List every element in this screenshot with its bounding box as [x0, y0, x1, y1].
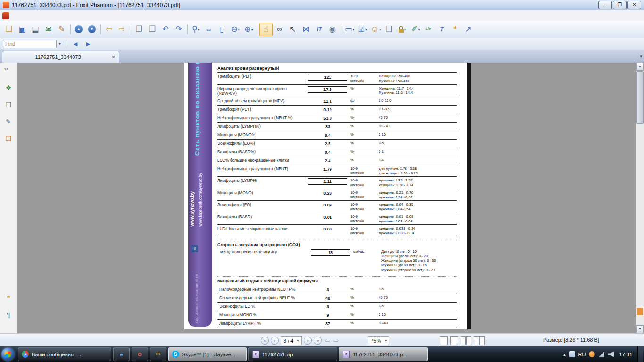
docusign-button[interactable]: ✎	[56, 23, 68, 36]
find-input[interactable]	[3, 40, 57, 48]
edit-content-button[interactable]: ✐ ▾	[409, 23, 422, 36]
close-button[interactable]: ✕	[627, 1, 641, 9]
zoom-tool-button[interactable]: ⚲ ▾	[190, 23, 202, 36]
menu-item[interactable]	[50, 15, 58, 16]
maximize-button[interactable]: ❐	[613, 1, 627, 9]
vertical-scrollbar[interactable]: ▲ ▼	[636, 63, 644, 333]
previous-view-button[interactable]: ▲	[73, 23, 85, 36]
next-view-button[interactable]: ▼	[86, 23, 99, 36]
scroll-page-indicator[interactable]	[637, 308, 643, 315]
menu-item[interactable]	[58, 15, 65, 16]
panel-glyph-icon: ❝	[7, 294, 10, 302]
show-desktop-button[interactable]	[637, 346, 643, 362]
page-number-select[interactable]: 3 / 4 ▾	[281, 336, 302, 345]
email-button[interactable]: ✉	[42, 23, 55, 36]
undo-button[interactable]: ↶	[159, 23, 172, 36]
language-indicator[interactable]: RU	[578, 352, 586, 357]
hidden-icons-chevron-icon[interactable]: ▴	[563, 352, 566, 357]
snapshot-camera-button[interactable]: ◉	[326, 23, 339, 36]
select-annotation-button[interactable]: ↖	[287, 23, 299, 36]
single-page-view-button[interactable]	[440, 336, 448, 345]
menu-item[interactable]	[65, 15, 73, 16]
chrome-taskbar-button[interactable]: Ваши сообщения - ...	[18, 347, 111, 361]
scroll-down-arrow-icon[interactable]: ▼	[636, 325, 644, 333]
textbox-tool-button[interactable]: ▭ ▾	[343, 23, 356, 36]
find-next-button[interactable]: ▶	[83, 39, 94, 49]
attach-file-button[interactable]: ❑	[383, 23, 396, 36]
pages-panel-button[interactable]: ❐	[3, 99, 14, 110]
comments-panel-button[interactable]: ❝	[3, 293, 14, 303]
select-text-button[interactable]: IT	[313, 23, 326, 36]
previous-page-button[interactable]: ‹	[271, 337, 279, 345]
zip-icon: Z	[343, 351, 350, 358]
paste-snapshot-button[interactable]: ❒	[146, 23, 159, 36]
agent-app-icon[interactable]	[589, 351, 595, 357]
next-view-button[interactable]: ⇨	[332, 337, 339, 344]
signature-panel-button[interactable]: ✎	[3, 116, 14, 127]
menu-item[interactable]	[12, 15, 20, 16]
last-page-button[interactable]: »	[314, 337, 322, 345]
zoom-in-button[interactable]: ⊕ ▾	[242, 23, 255, 36]
previous-view-button[interactable]: ⇦	[323, 337, 330, 344]
scrollbar-thumb[interactable]	[636, 71, 644, 124]
share-button[interactable]: ↗	[462, 23, 475, 36]
network-icon[interactable]	[598, 351, 604, 357]
skype-taskbar-button[interactable]: S Skype™ [1] - zlayave...	[168, 347, 247, 361]
search-binoculars-button[interactable]: ⋈	[300, 23, 313, 36]
facing-view-button[interactable]	[461, 336, 471, 345]
tab-close-icon[interactable]: ×	[111, 54, 116, 60]
ie-taskbar-button[interactable]: e	[113, 347, 130, 361]
fit-page-button[interactable]: ▯	[216, 23, 229, 36]
minimize-button[interactable]: –	[598, 1, 612, 9]
chrome-icon	[22, 351, 29, 358]
next-page-button[interactable]: ›	[304, 337, 312, 345]
sign-document-button[interactable]: ☺ ▾	[370, 23, 382, 36]
find-previous-button[interactable]: ◀	[70, 39, 81, 49]
menu-item[interactable]	[35, 15, 42, 16]
paste-clipboard-button[interactable]: ❐	[133, 23, 146, 36]
save-button[interactable]: ▣	[16, 23, 29, 36]
foxit-app-icon[interactable]	[2, 12, 9, 19]
note-comment-button[interactable]: ❝	[449, 23, 462, 36]
volume-icon[interactable]	[608, 351, 614, 357]
zoom-select[interactable]: 75% ▾	[368, 336, 389, 345]
reading-mode-button[interactable]: ∞	[273, 23, 286, 36]
zoom-out-button[interactable]: ⊖ ▾	[229, 23, 242, 36]
first-page-button[interactable]: «	[261, 337, 269, 345]
typewriter-button[interactable]: T	[436, 23, 448, 36]
pdf-zip-taskbar-button[interactable]: Z 11762751_3344073.p...	[339, 347, 428, 361]
menu-item[interactable]	[42, 15, 50, 16]
protect-lock-button[interactable]: ▾	[396, 23, 409, 36]
continuous-facing-view-button[interactable]	[474, 336, 485, 345]
hand-tool-button[interactable]: ☝	[259, 23, 273, 36]
action-center-icon[interactable]	[569, 351, 575, 357]
zip-taskbar-button[interactable]: Z 11762751.zip	[248, 347, 337, 361]
fit-width-button[interactable]: ⇔	[203, 23, 215, 36]
menu-item[interactable]	[20, 15, 27, 16]
edit-text-button[interactable]: ✑	[422, 23, 435, 36]
panel-expand-chevron-icon[interactable]: »	[5, 66, 8, 72]
attachments-panel-button[interactable]: ¶	[3, 310, 14, 320]
redo-button[interactable]: ↷	[173, 23, 185, 36]
security-panel-button[interactable]: ❒	[3, 133, 14, 144]
page-canvas[interactable]: Сеть пунктов по оказанию медиц www.synev…	[17, 63, 636, 333]
menu-item[interactable]	[27, 15, 35, 16]
opera-taskbar-button[interactable]: O	[132, 347, 148, 361]
back-button[interactable]: ⇦	[103, 23, 116, 36]
document-tab[interactable]: 11762751_3344073 ×	[2, 51, 119, 63]
find-options-dropdown-icon[interactable]: ▾	[58, 41, 62, 47]
mail-taskbar-button[interactable]: ✉	[150, 347, 166, 361]
tab-list-dropdown-icon[interactable]: ▾	[640, 54, 642, 58]
menu-item[interactable]	[73, 15, 80, 16]
continuous-view-button[interactable]	[450, 336, 458, 345]
print-button[interactable]: ▤	[29, 23, 42, 36]
form-tools-button[interactable]: ☑ ▾	[356, 23, 369, 36]
start-button[interactable]	[1, 348, 14, 361]
layers-panel-button[interactable]: ❖	[3, 82, 14, 93]
scroll-up-arrow-icon[interactable]: ▲	[636, 63, 644, 71]
manual-section-title: Мануальный подсчет лейкоцитарной формулы	[217, 279, 328, 284]
result-unit: фл	[349, 99, 379, 103]
open-button[interactable]: ❏	[3, 23, 16, 36]
reference-range: 6.0-13.0	[379, 99, 457, 103]
forward-button[interactable]: ⇨	[116, 23, 129, 36]
